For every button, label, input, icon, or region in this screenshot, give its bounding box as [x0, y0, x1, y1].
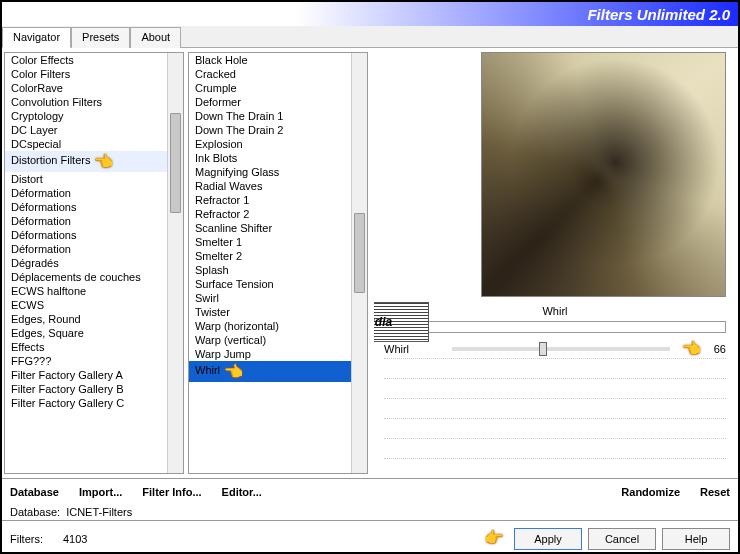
randomize-button[interactable]: Randomize: [621, 486, 680, 498]
filter-item[interactable]: Surface Tension: [189, 277, 367, 291]
filter-info-button[interactable]: Filter Info...: [142, 486, 201, 498]
tab-presets[interactable]: Presets: [71, 27, 130, 48]
scrollbar-thumb[interactable]: [170, 113, 181, 213]
filter-item[interactable]: Refractor 1: [189, 193, 367, 207]
tab-about[interactable]: About: [130, 27, 181, 48]
category-item[interactable]: Edges, Square: [5, 326, 183, 340]
slider-thumb[interactable]: [539, 342, 547, 356]
filter-item[interactable]: Twister: [189, 305, 367, 319]
filter-list[interactable]: Black HoleCrackedCrumpleDeformerDown The…: [188, 52, 368, 474]
filter-item[interactable]: Whirl👉: [189, 361, 367, 382]
category-item[interactable]: Déformation: [5, 214, 183, 228]
category-item[interactable]: Convolution Filters: [5, 95, 183, 109]
param-row-empty: [384, 379, 726, 399]
category-item[interactable]: DC Layer: [5, 123, 183, 137]
category-item[interactable]: Déformations: [5, 228, 183, 242]
main-area: Color EffectsColor FiltersColorRaveConvo…: [2, 48, 738, 478]
filter-item[interactable]: Warp (horizontal): [189, 319, 367, 333]
watermark: claudia: [374, 302, 429, 342]
database-button[interactable]: Database: [10, 486, 59, 498]
filter-item[interactable]: Deformer: [189, 95, 367, 109]
category-item[interactable]: Déformation: [5, 186, 183, 200]
param-row-empty: [384, 419, 726, 439]
pointer-icon: 👉: [224, 362, 244, 381]
param-row-empty: [384, 399, 726, 419]
cancel-button[interactable]: Cancel: [588, 528, 656, 550]
filter-item[interactable]: Down The Drain 1: [189, 109, 367, 123]
apply-button[interactable]: Apply: [514, 528, 582, 550]
parameter-list: Whirl👉66: [384, 339, 726, 474]
filter-item[interactable]: Refractor 2: [189, 207, 367, 221]
filter-item[interactable]: Cracked: [189, 67, 367, 81]
category-item[interactable]: Dégradés: [5, 256, 183, 270]
param-label: Whirl: [384, 343, 444, 355]
filter-item[interactable]: Radial Waves: [189, 179, 367, 193]
category-item[interactable]: Déplacements de couches: [5, 270, 183, 284]
filter-item[interactable]: Black Hole: [189, 53, 367, 67]
help-button[interactable]: Help: [662, 528, 730, 550]
param-row-empty: [384, 439, 726, 459]
category-item[interactable]: Distortion Filters👉: [5, 151, 183, 172]
category-item[interactable]: ColorRave: [5, 81, 183, 95]
current-filter-name: Whirl: [542, 305, 567, 317]
preview-image: [481, 52, 726, 297]
status-filters-value: 4103: [63, 533, 87, 545]
param-row-empty: [384, 359, 726, 379]
reset-button[interactable]: Reset: [700, 486, 730, 498]
scrollbar[interactable]: [167, 53, 183, 473]
category-item[interactable]: Déformation: [5, 242, 183, 256]
category-item[interactable]: Cryptology: [5, 109, 183, 123]
param-row: Whirl👉66: [384, 339, 726, 359]
tab-strip: Navigator Presets About: [2, 26, 738, 48]
status-db: Database: ICNET-Filters: [2, 504, 738, 520]
preview-panel: claudia Whirl Whirl👉66: [374, 52, 736, 474]
app-title: Filters Unlimited 2.0: [587, 6, 730, 23]
status-db-label: Database:: [10, 506, 60, 518]
category-item[interactable]: Déformations: [5, 200, 183, 214]
category-item[interactable]: DCspecial: [5, 137, 183, 151]
category-item[interactable]: FFG???: [5, 354, 183, 368]
pointer-icon: 👉: [484, 528, 504, 550]
param-value: 66: [702, 343, 726, 355]
import-button[interactable]: Import...: [79, 486, 122, 498]
filter-item[interactable]: Crumple: [189, 81, 367, 95]
progress-bar: [384, 321, 726, 333]
filter-item[interactable]: Down The Drain 2: [189, 123, 367, 137]
scrollbar-thumb[interactable]: [354, 213, 365, 293]
filter-item[interactable]: Warp Jump: [189, 347, 367, 361]
category-item[interactable]: ECWS halftone: [5, 284, 183, 298]
editor-button[interactable]: Editor...: [222, 486, 262, 498]
filter-item[interactable]: Warp (vertical): [189, 333, 367, 347]
status-db-value: ICNET-Filters: [66, 506, 132, 518]
filter-item[interactable]: Smelter 1: [189, 235, 367, 249]
category-item[interactable]: Filter Factory Gallery C: [5, 396, 183, 410]
tab-navigator[interactable]: Navigator: [2, 27, 71, 48]
param-row-empty: [384, 459, 726, 474]
category-list[interactable]: Color EffectsColor FiltersColorRaveConvo…: [4, 52, 184, 474]
filter-item[interactable]: Splash: [189, 263, 367, 277]
pointer-icon: 👉: [94, 152, 114, 171]
filter-item[interactable]: Explosion: [189, 137, 367, 151]
category-item[interactable]: ECWS: [5, 298, 183, 312]
status-filters-label: Filters:: [10, 533, 43, 545]
filter-item[interactable]: Ink Blots: [189, 151, 367, 165]
category-item[interactable]: Color Effects: [5, 53, 183, 67]
filter-item[interactable]: Smelter 2: [189, 249, 367, 263]
pointer-icon: 👉: [682, 339, 702, 358]
title-bar: Filters Unlimited 2.0: [2, 2, 738, 26]
category-item[interactable]: Effects: [5, 340, 183, 354]
filter-item[interactable]: Swirl: [189, 291, 367, 305]
filter-item[interactable]: Magnifying Glass: [189, 165, 367, 179]
category-item[interactable]: Distort: [5, 172, 183, 186]
category-item[interactable]: Edges, Round: [5, 312, 183, 326]
toolbar: Database Import... Filter Info... Editor…: [2, 478, 738, 504]
footer: Filters: 4103 👉 Apply Cancel Help: [2, 520, 738, 554]
category-item[interactable]: Filter Factory Gallery A: [5, 368, 183, 382]
filter-item[interactable]: Scanline Shifter: [189, 221, 367, 235]
category-item[interactable]: Filter Factory Gallery B: [5, 382, 183, 396]
category-item[interactable]: Color Filters: [5, 67, 183, 81]
param-slider[interactable]: [452, 347, 670, 351]
scrollbar[interactable]: [351, 53, 367, 473]
